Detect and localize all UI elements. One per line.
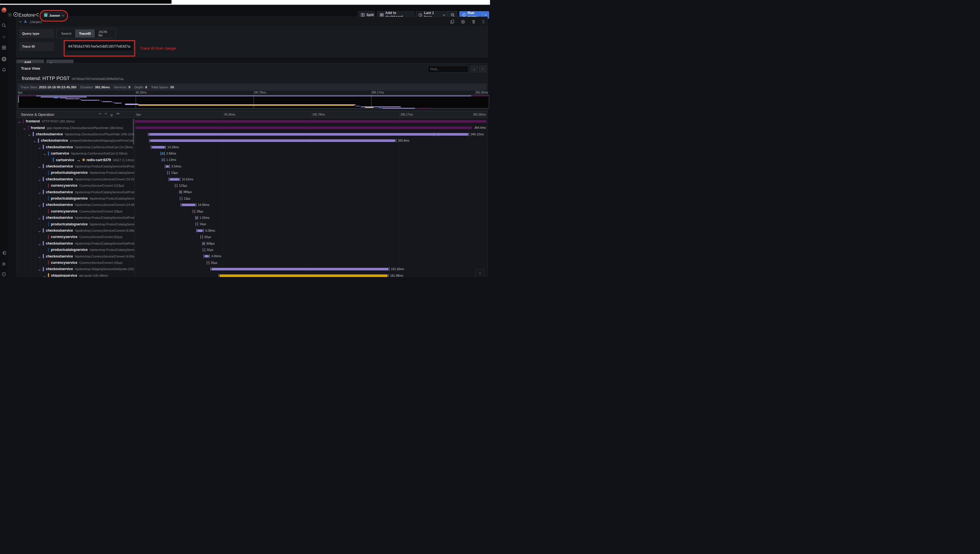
settings-gear-icon[interactable]: ⚙ [0, 261, 8, 267]
row-chevron-down-icon[interactable] [39, 228, 43, 233]
span-timeline-cell[interactable]: 32µs [135, 247, 487, 253]
span-name-cell[interactable]: productcatalogservicehipstershop.Product… [17, 247, 134, 253]
find-prev-button[interactable]: ↑ [479, 66, 486, 73]
row-chevron-down-icon[interactable] [39, 189, 43, 195]
help-icon[interactable]: ? [0, 272, 8, 276]
row-chevron-down-icon[interactable] [44, 151, 48, 156]
span-timeline-cell[interactable]: 1.03ms [135, 215, 487, 221]
span-row[interactable]: checkoutservicehipstershop.ProductCatalo… [17, 163, 488, 169]
span-duration-bar[interactable] [176, 185, 177, 187]
span-name-cell[interactable]: currencyserviceCurrencyService/Convert (… [17, 259, 134, 266]
span-name-cell[interactable]: checkoutservicehipstershop.CurrencyServi… [17, 228, 134, 234]
span-row[interactable]: checkoutservicehipstershop.CurrencyServi… [17, 176, 488, 182]
row-chevron-down-icon[interactable] [39, 241, 43, 246]
row-chevron-down-icon[interactable] [19, 119, 23, 124]
span-duration-bar[interactable] [168, 172, 169, 174]
span-timeline-cell[interactable]: 62µs [135, 234, 487, 240]
span-row[interactable]: cartservicehipstershop.CartService/GetCa… [17, 150, 488, 156]
span-timeline-cell[interactable]: 16µs [135, 221, 487, 227]
span-name-cell[interactable]: cartservicehipstershop.CartService/GetCa… [17, 150, 134, 156]
row-chevron-down-icon[interactable] [29, 132, 33, 137]
span-name-cell[interactable]: checkoutservicehipstershop.CurrencyServi… [17, 176, 134, 182]
span-timeline-cell[interactable]: 13µs [135, 169, 487, 176]
span-timeline-cell[interactable]: 2.58ms [135, 150, 487, 156]
span-duration-bar[interactable] [181, 197, 181, 200]
span-duration-bar[interactable] [201, 236, 202, 238]
span-duration-bar[interactable] [208, 261, 208, 264]
span-row[interactable]: checkoutservicehipstershop.CurrencyServi… [17, 202, 488, 208]
span-name-cell[interactable]: productcatalogservicehipstershop.Product… [17, 169, 134, 176]
span-name-cell[interactable]: frontendHTTP POST (381.56ms) [17, 118, 134, 124]
row-chevron-down-icon[interactable] [39, 177, 43, 182]
span-name-cell[interactable]: checkoutservicehipstershop.ProductCatalo… [17, 189, 134, 195]
span-name-cell[interactable]: checkoutserviceprepareOrderItemsAndShipp… [17, 137, 134, 144]
explore-nav-icon[interactable] [0, 57, 8, 61]
find-next-button[interactable]: ↓ [470, 66, 478, 73]
span-duration-bar[interactable] [196, 217, 197, 219]
span-name-cell[interactable]: cartservice→redis-cart:6379HGET (1.13ms) [17, 156, 134, 163]
alerting-bell-icon[interactable] [0, 68, 8, 72]
span-row[interactable]: productcatalogservicehipstershop.Product… [17, 169, 488, 176]
expand-all-icon[interactable] [116, 113, 120, 116]
span-row[interactable]: checkoutservicehipstershop.CheckoutServi… [17, 131, 488, 137]
span-row[interactable]: checkoutservicehipstershop.ShippingServi… [17, 266, 488, 272]
span-row[interactable]: checkoutservicehipstershop.CartService/G… [17, 144, 488, 150]
grafana-logo-icon[interactable] [0, 7, 8, 13]
span-name-cell[interactable]: checkoutservicehipstershop.CartService/G… [17, 144, 134, 150]
span-row[interactable]: checkoutservicehipstershop.ProductCatalo… [17, 189, 488, 195]
span-duration-bar[interactable] [135, 120, 486, 123]
query-type-tab-json-file[interactable]: JSON file [95, 30, 115, 38]
row-chevron-down-icon[interactable] [39, 202, 43, 207]
query-row-header[interactable]: A (Jaeger) [17, 17, 488, 27]
star-icon[interactable]: ☆ [0, 34, 8, 40]
row-chevron-down-icon[interactable] [39, 254, 43, 259]
span-timeline-cell[interactable]: 6.08ms [135, 228, 487, 234]
span-duration-bar[interactable] [152, 146, 165, 148]
span-timeline-cell[interactable]: 1.13ms [135, 156, 487, 163]
span-name-cell[interactable]: checkoutservicehipstershop.ShippingServi… [17, 266, 134, 272]
span-row[interactable]: shippingserviceget-quote (181.98ms)181.9… [17, 272, 488, 277]
span-row[interactable]: frontendHTTP POST (381.56ms) [17, 118, 488, 124]
span-duration-bar[interactable] [204, 248, 204, 251]
span-duration-bar[interactable] [161, 152, 164, 155]
span-timeline-cell[interactable]: 346.12ms [135, 131, 487, 137]
query-type-tab-search[interactable]: Search [57, 30, 75, 38]
trash-icon[interactable] [472, 20, 475, 24]
span-name-cell[interactable]: currencyserviceCurrencyService/Convert (… [17, 234, 134, 240]
row-chevron-down-icon[interactable] [44, 273, 48, 277]
span-duration-bar[interactable] [203, 242, 204, 245]
query-type-tab-traceid[interactable]: TraceID [75, 30, 95, 38]
dashboards-icon[interactable] [0, 46, 8, 49]
span-row[interactable]: productcatalogservicehipstershop.Product… [17, 221, 488, 227]
search-icon[interactable] [0, 23, 8, 27]
row-chevron-down-icon[interactable] [39, 266, 43, 272]
span-timeline-cell[interactable]: 14.28ms [135, 144, 487, 150]
span-row[interactable]: checkoutservicehipstershop.ProductCatalo… [17, 240, 488, 247]
span-row[interactable]: currencyserviceCurrencyService/Convert (… [17, 259, 488, 266]
span-duration-bar[interactable] [196, 223, 197, 225]
span-row[interactable]: currencyserviceCurrencyService/Convert (… [17, 182, 488, 189]
row-chevron-down-icon[interactable] [24, 125, 28, 131]
row-chevron-down-icon[interactable] [39, 164, 43, 169]
find-input[interactable] [428, 66, 468, 73]
span-timeline-cell[interactable]: 14.96ms [135, 202, 487, 208]
span-duration-bar[interactable] [163, 159, 164, 161]
span-name-cell[interactable]: checkoutservicehipstershop.ProductCatalo… [17, 163, 134, 169]
span-row[interactable]: productcatalogservicehipstershop.Product… [17, 247, 488, 253]
row-chevron-down-icon[interactable] [39, 145, 43, 150]
span-timeline-cell[interactable]: 4.65ms [135, 253, 487, 259]
span-duration-bar[interactable] [149, 133, 468, 135]
row-chevron-down-icon[interactable] [34, 138, 38, 143]
span-timeline-cell[interactable]: 3.54ms [135, 163, 487, 169]
sign-in-icon[interactable] [0, 251, 8, 255]
span-duration-bar[interactable] [166, 165, 169, 168]
browser-tab[interactable] [0, 0, 172, 4]
span-name-cell[interactable]: checkoutservicehipstershop.ProductCatalo… [17, 215, 134, 221]
span-name-cell[interactable]: productcatalogservicehipstershop.Product… [17, 221, 134, 227]
span-timeline-cell[interactable]: 808µs [135, 240, 487, 247]
span-name-cell[interactable]: checkoutservicehipstershop.CurrencyServi… [17, 253, 134, 259]
trace-minimap[interactable] [18, 95, 489, 108]
trace-id-input[interactable] [65, 42, 134, 51]
span-row[interactable]: checkoutservicehipstershop.ProductCatalo… [17, 215, 488, 221]
span-row[interactable]: checkoutserviceprepareOrderItemsAndShipp… [17, 137, 488, 144]
